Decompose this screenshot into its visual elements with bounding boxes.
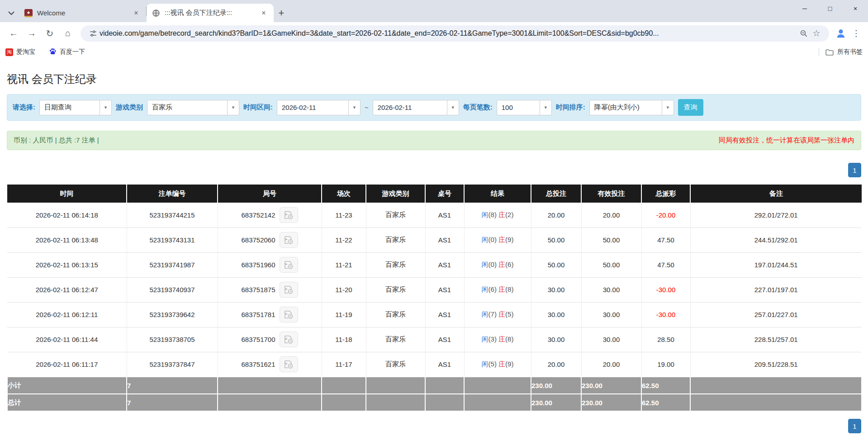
video-replay-button[interactable] — [280, 307, 298, 322]
bookmarks-divider — [819, 48, 819, 56]
banker-label: 庄 — [498, 310, 505, 318]
cell-round-id: 683751621 — [218, 352, 322, 377]
round-id-text: 683751875 — [241, 286, 275, 294]
video-replay-icon — [284, 236, 294, 244]
tab-close-icon[interactable]: × — [132, 9, 141, 18]
cell-time: 2026-02-11 06:13:48 — [7, 227, 127, 252]
cell-session: 11-20 — [322, 277, 366, 302]
cell-session: 11-23 — [322, 203, 366, 227]
bookmark-star-icon[interactable]: ☆ — [810, 27, 823, 40]
date-end-select[interactable]: 2026-02-11 ▾ — [373, 100, 459, 115]
total-label: 总计 — [7, 394, 127, 411]
cell-bet-id: 523193741987 — [127, 252, 218, 277]
cell-payout: 47.50 — [641, 227, 690, 252]
table-row: 2026-02-11 06:14:18 523193744215 6837521… — [7, 203, 862, 227]
tab-close-icon[interactable]: × — [259, 9, 268, 18]
banker-score: (5) — [505, 310, 513, 318]
date-start-select[interactable]: 2026-02-11 ▾ — [277, 100, 360, 115]
chevron-down-icon — [8, 11, 14, 15]
cell-result: 闲(5) 庄(9) — [464, 352, 531, 377]
cell-payout: 47.50 — [641, 252, 690, 277]
window-close-button[interactable]: × — [843, 0, 868, 17]
cell-valid-bet: 30.00 — [581, 277, 641, 302]
poker-favicon-icon: ♠ — [24, 9, 33, 17]
cell-valid-bet: 20.00 — [581, 352, 641, 377]
cell-table-no: AS1 — [425, 302, 464, 327]
tab-title: :::视讯 会员下注纪录::: — [165, 9, 256, 17]
table-row: 2026-02-11 06:13:15 523193741987 6837519… — [7, 252, 862, 277]
video-replay-button[interactable] — [280, 257, 298, 273]
player-score: (3) — [489, 335, 497, 343]
video-replay-button[interactable] — [280, 207, 298, 223]
cell-round-id: 683751960 — [218, 252, 322, 277]
cell-total-bet: 30.00 — [531, 327, 581, 352]
cell-table-no: AS1 — [425, 203, 464, 227]
profile-avatar[interactable] — [833, 25, 849, 42]
forward-button[interactable]: → — [23, 24, 41, 43]
cell-time: 2026-02-11 06:11:44 — [7, 327, 127, 352]
cell-game-kind: 百家乐 — [366, 227, 425, 252]
bet-records-table: 时间 注单编号 局号 场次 游戏类别 桌号 结果 总投注 有效投注 总派彩 备注… — [7, 185, 862, 412]
page-1-button[interactable]: 1 — [848, 419, 861, 433]
back-button[interactable]: ← — [5, 24, 23, 43]
banker-score: (9) — [505, 236, 513, 243]
reload-button[interactable]: ↻ — [41, 24, 59, 43]
cell-round-id: 683751781 — [218, 302, 322, 327]
cell-valid-bet: 50.00 — [581, 227, 641, 252]
video-replay-button[interactable] — [280, 356, 298, 372]
window-maximize-button[interactable]: □ — [817, 0, 843, 17]
per-page-select[interactable]: 100 ▾ — [497, 100, 552, 115]
player-label: 闲 — [482, 335, 489, 343]
bookmark-taobao[interactable]: 淘 爱淘宝 — [5, 48, 35, 56]
video-replay-button[interactable] — [280, 232, 298, 248]
address-bar[interactable]: videoie.com/game/betrecord_search/kind3?… — [81, 25, 829, 42]
col-game-kind: 游戏类别 — [366, 185, 425, 203]
video-replay-icon — [284, 310, 294, 319]
bookmark-label: 爱淘宝 — [16, 48, 35, 56]
tab-search-button[interactable] — [4, 4, 19, 22]
url-text[interactable]: videoie.com/game/betrecord_search/kind3?… — [100, 29, 797, 38]
game-kind-select[interactable]: 百家乐 ▾ — [147, 100, 239, 115]
col-session: 场次 — [322, 185, 366, 203]
page-1-button[interactable]: 1 — [848, 163, 861, 177]
zoom-out-icon[interactable] — [797, 27, 810, 40]
folder-icon — [825, 49, 834, 56]
tab-betrecord[interactable]: :::视讯 会员下注纪录::: × — [147, 4, 274, 22]
video-replay-button[interactable] — [280, 282, 298, 298]
bookmark-baidu[interactable]: 百度一下 — [49, 47, 85, 57]
baidu-paw-icon — [49, 47, 57, 57]
cell-bet-id: 523193739642 — [127, 302, 218, 327]
col-total-bet: 总投注 — [531, 185, 581, 203]
player-label: 闲 — [482, 261, 489, 268]
player-score: (0) — [489, 261, 497, 268]
cell-result: 闲(0) 庄(9) — [464, 227, 531, 252]
game-kind-label: 游戏类别 — [116, 103, 143, 112]
banker-label: 庄 — [498, 211, 505, 218]
cell-round-id: 683751700 — [218, 327, 322, 352]
video-replay-button[interactable] — [280, 332, 298, 347]
home-button[interactable]: ⌂ — [59, 24, 77, 43]
cell-bet-id: 523193738705 — [127, 327, 218, 352]
site-settings-icon[interactable] — [87, 27, 100, 40]
new-tab-button[interactable]: + — [274, 5, 289, 21]
round-id-text: 683751700 — [241, 336, 275, 343]
subtotal-valid-bet: 230.00 — [581, 377, 641, 394]
subtotal-payout: 62.50 — [641, 377, 690, 394]
search-button[interactable]: 查询 — [678, 99, 703, 116]
window-minimize-button[interactable]: ─ — [792, 0, 817, 17]
tab-welcome[interactable]: ♠ Welcome × — [19, 4, 146, 22]
browser-menu-button[interactable]: ⋮ — [849, 25, 863, 42]
player-score: (5) — [489, 360, 497, 368]
table-row: 2026-02-11 06:12:11 523193739642 6837517… — [7, 302, 862, 327]
cell-total-bet: 50.00 — [531, 227, 581, 252]
query-mode-select[interactable]: 日期查询 ▾ — [39, 100, 112, 115]
sort-select[interactable]: 降幂(由大到小) ▾ — [589, 100, 674, 115]
player-label: 闲 — [482, 236, 489, 243]
all-bookmarks-button[interactable]: 所有书签 — [825, 48, 863, 56]
cell-remark: 257.01/227.01 — [690, 302, 862, 327]
cell-payout: -30.00 — [641, 302, 690, 327]
banker-label: 庄 — [498, 360, 505, 368]
total-valid-bet: 230.00 — [581, 394, 641, 411]
sort-label: 时间排序: — [556, 103, 585, 112]
table-body: 2026-02-11 06:14:18 523193744215 6837521… — [7, 203, 862, 377]
